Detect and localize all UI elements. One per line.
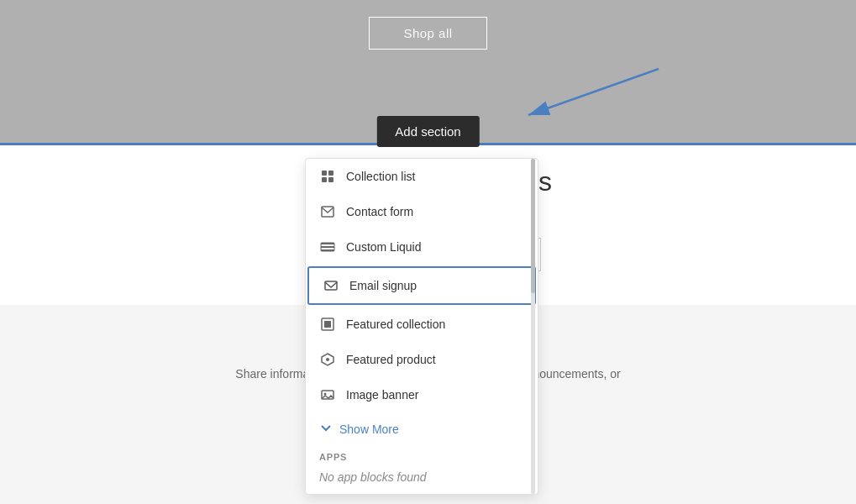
dropdown-item-featured-product[interactable]: Featured product bbox=[306, 342, 538, 377]
svg-rect-8 bbox=[321, 246, 334, 248]
featured-product-icon bbox=[319, 351, 336, 368]
shop-all-button[interactable]: Shop all bbox=[369, 17, 486, 50]
no-apps-text: No app blocks found bbox=[306, 465, 538, 494]
top-gray-section: Shop all Add section bbox=[0, 0, 856, 143]
custom-liquid-label: Custom Liquid bbox=[346, 240, 422, 254]
svg-line-1 bbox=[528, 69, 659, 115]
svg-rect-4 bbox=[322, 177, 327, 182]
scrollbar-thumb[interactable] bbox=[531, 159, 535, 293]
image-banner-label: Image banner bbox=[346, 388, 418, 402]
scrollbar-track[interactable] bbox=[531, 159, 535, 494]
dropdown-item-custom-liquid[interactable]: Custom Liquid bbox=[306, 229, 538, 265]
add-section-dropdown: Collection list Contact form Custom Liqu… bbox=[305, 158, 538, 495]
custom-liquid-icon bbox=[319, 239, 336, 255]
svg-rect-11 bbox=[325, 281, 337, 290]
svg-point-15 bbox=[326, 358, 329, 361]
svg-point-17 bbox=[324, 393, 327, 396]
chevron-down-icon bbox=[319, 421, 333, 437]
featured-product-label: Featured product bbox=[346, 353, 436, 366]
email-signup-label: Email signup bbox=[349, 279, 417, 292]
svg-rect-5 bbox=[328, 177, 333, 182]
dropdown-item-collection-list[interactable]: Collection list bbox=[306, 159, 538, 194]
add-section-tooltip[interactable]: Add section bbox=[376, 116, 479, 147]
dropdown-item-email-signup[interactable]: Email signup bbox=[307, 266, 536, 305]
collection-list-label: Collection list bbox=[346, 170, 415, 183]
featured-collection-label: Featured collection bbox=[346, 318, 445, 331]
dropdown-item-image-banner[interactable]: Image banner bbox=[306, 377, 538, 412]
contact-form-label: Contact form bbox=[346, 205, 413, 218]
apps-section-label: APPS bbox=[306, 445, 538, 465]
svg-rect-6 bbox=[322, 207, 333, 217]
svg-rect-13 bbox=[324, 321, 331, 328]
email-signup-icon bbox=[323, 277, 339, 294]
dropdown-item-contact-form[interactable]: Contact form bbox=[306, 194, 538, 229]
arrow-indicator bbox=[503, 60, 671, 128]
collection-list-icon bbox=[319, 168, 336, 185]
image-banner-icon bbox=[319, 386, 336, 403]
featured-collection-icon bbox=[319, 316, 336, 333]
show-more-label: Show More bbox=[339, 423, 399, 436]
contact-form-icon bbox=[319, 203, 336, 220]
svg-rect-3 bbox=[328, 171, 333, 176]
dropdown-item-featured-collection[interactable]: Featured collection bbox=[306, 307, 538, 342]
svg-rect-2 bbox=[322, 171, 327, 176]
show-more-button[interactable]: Show More bbox=[306, 412, 538, 445]
